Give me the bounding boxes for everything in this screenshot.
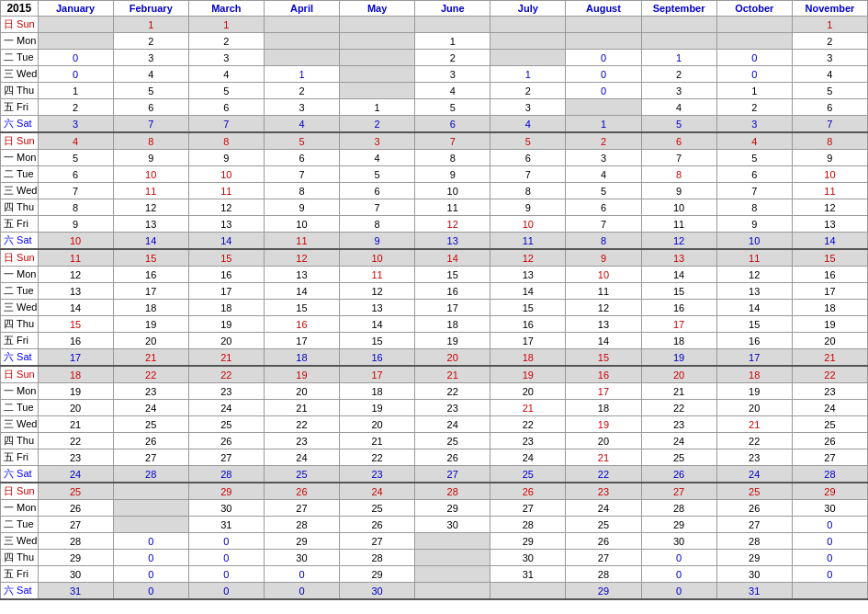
calendar-cell [415, 566, 490, 583]
calendar-cell: 8 [792, 132, 867, 150]
calendar-cell: 14 [641, 267, 716, 283]
calendar-cell: 29 [716, 550, 792, 566]
calendar-cell: 18 [38, 366, 113, 383]
calendar-cell: 0 [113, 566, 188, 583]
calendar-cell: 21 [264, 400, 339, 416]
calendar-cell: 14 [490, 283, 566, 300]
calendar-cell: 5 [38, 150, 113, 166]
calendar-table: 2015 January February March April May Ju… [0, 0, 868, 600]
calendar-cell: 29 [490, 533, 566, 550]
day-label: 日 Sun [1, 249, 39, 267]
calendar-cell [566, 17, 641, 33]
day-label: 日 Sun [1, 132, 39, 150]
calendar-cell: 17 [716, 349, 792, 367]
calendar-cell: 15 [38, 316, 113, 333]
calendar-cell: 17 [490, 333, 566, 349]
calendar-cell: 21 [38, 416, 113, 433]
calendar-cell: 0 [38, 66, 113, 83]
calendar-cell: 4 [415, 83, 490, 99]
calendar-cell: 6 [188, 99, 264, 116]
calendar-cell: 19 [113, 316, 188, 333]
calendar-cell: 11 [566, 283, 641, 300]
may-header: May [340, 1, 415, 17]
calendar-cell: 29 [415, 500, 490, 517]
calendar-cell: 12 [566, 300, 641, 316]
calendar-cell: 15 [113, 249, 188, 267]
calendar-cell: 14 [38, 300, 113, 316]
day-label: 四 Thu [1, 550, 39, 566]
calendar-cell: 28 [38, 533, 113, 550]
calendar-cell: 25 [340, 500, 415, 517]
calendar-cell: 23 [415, 400, 490, 416]
calendar-cell: 26 [641, 466, 716, 483]
calendar-cell: 8 [490, 183, 566, 199]
calendar-cell: 19 [641, 349, 716, 367]
calendar-cell [490, 17, 566, 33]
calendar-cell: 7 [38, 183, 113, 199]
calendar-cell: 11 [415, 199, 490, 216]
calendar-cell: 8 [38, 199, 113, 216]
calendar-cell: 29 [566, 583, 641, 600]
calendar-cell: 12 [490, 249, 566, 267]
jul-header: July [490, 1, 566, 17]
day-label: 五 Fri [1, 216, 39, 233]
calendar-cell: 18 [641, 333, 716, 349]
calendar-cell: 19 [490, 366, 566, 383]
calendar-cell: 7 [792, 116, 867, 133]
day-label: 日 Sun [1, 483, 39, 500]
calendar-cell: 6 [415, 116, 490, 133]
calendar-cell: 2 [641, 66, 716, 83]
calendar-cell: 31 [188, 517, 264, 533]
calendar-cell: 13 [264, 267, 339, 283]
calendar-cell: 12 [340, 283, 415, 300]
calendar-cell: 12 [716, 267, 792, 283]
calendar-cell: 13 [188, 216, 264, 233]
day-label: 四 Thu [1, 316, 39, 333]
calendar-cell: 16 [38, 333, 113, 349]
calendar-cell: 12 [264, 249, 339, 267]
calendar-cell: 14 [716, 300, 792, 316]
day-label: 一 Mon [1, 267, 39, 283]
calendar-cell: 22 [490, 416, 566, 433]
calendar-cell: 5 [113, 83, 188, 99]
calendar-cell: 23 [264, 433, 339, 449]
day-label: 六 Sat [1, 466, 39, 483]
calendar-cell: 19 [716, 383, 792, 400]
calendar-cell: 17 [38, 349, 113, 367]
calendar-cell: 24 [340, 483, 415, 500]
calendar-cell: 7 [415, 132, 490, 150]
calendar-cell: 9 [415, 166, 490, 183]
calendar-cell: 1 [415, 33, 490, 50]
calendar-cell: 18 [792, 300, 867, 316]
day-label: 日 Sun [1, 366, 39, 383]
day-label: 三 Wed [1, 416, 39, 433]
calendar-cell [415, 583, 490, 600]
calendar-cell: 0 [641, 566, 716, 583]
day-label: 二 Tue [1, 400, 39, 416]
calendar-cell: 17 [566, 383, 641, 400]
calendar-cell: 28 [566, 566, 641, 583]
year-header: 2015 [1, 1, 39, 17]
calendar-cell: 16 [566, 366, 641, 383]
calendar-cell: 0 [566, 83, 641, 99]
calendar-cell: 19 [415, 333, 490, 349]
calendar-cell: 30 [490, 550, 566, 566]
calendar-cell: 2 [415, 50, 490, 66]
calendar-cell: 3 [113, 50, 188, 66]
calendar-cell: 28 [340, 550, 415, 566]
calendar-cell: 3 [188, 50, 264, 66]
calendar-cell: 9 [113, 150, 188, 166]
calendar-cell: 4 [566, 166, 641, 183]
calendar-cell [38, 17, 113, 33]
calendar-cell: 20 [566, 433, 641, 449]
calendar-cell: 31 [38, 583, 113, 600]
calendar-cell: 19 [38, 383, 113, 400]
calendar-cell: 1 [641, 50, 716, 66]
calendar-cell: 13 [340, 300, 415, 316]
calendar-cell: 3 [792, 50, 867, 66]
calendar-cell: 1 [716, 83, 792, 99]
calendar-cell: 13 [490, 267, 566, 283]
calendar-cell: 15 [264, 300, 339, 316]
calendar-cell [264, 50, 339, 66]
calendar-cell: 29 [792, 483, 867, 500]
